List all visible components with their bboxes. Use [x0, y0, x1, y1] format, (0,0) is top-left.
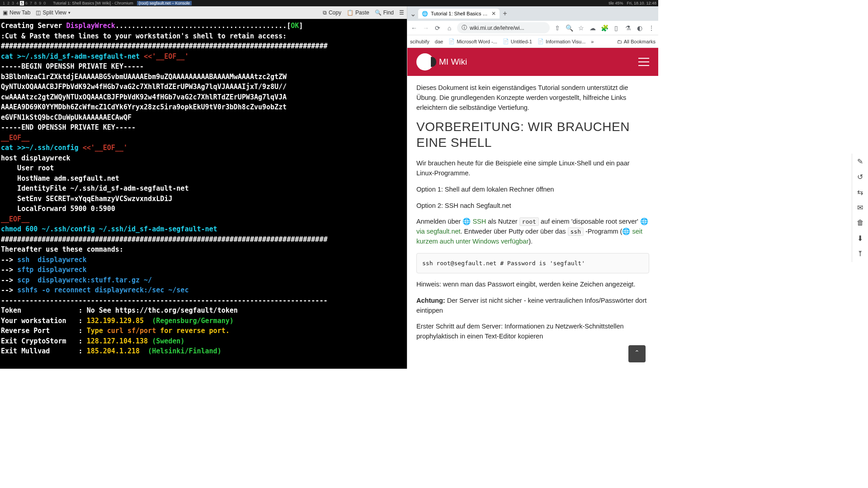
bookmark-overflow[interactable]: »: [591, 39, 594, 44]
paste-button[interactable]: 📋Paste: [347, 9, 369, 16]
wiki-heading: VORBEREITUNG: WIR BRAUCHEN EINE SHELL: [416, 119, 649, 150]
bookmark-item[interactable]: 📄Information Visu...: [538, 38, 585, 44]
split-view-button[interactable]: ◫Split View▾: [36, 9, 70, 16]
wiki-logo-icon: [416, 53, 434, 70]
lock-icon: ⓘ: [462, 24, 467, 32]
new-tab-button[interactable]: ▣New Tab: [3, 9, 30, 16]
cloud-icon[interactable]: ☁: [589, 24, 597, 32]
share-icon[interactable]: ⇧: [553, 24, 561, 32]
bookmark-item[interactable]: scihubify: [410, 39, 429, 44]
flask-icon[interactable]: ⚗: [624, 24, 632, 32]
wiki-title: MI Wiki: [439, 57, 467, 67]
tab-favicon-icon: 🌐: [422, 11, 428, 17]
wiki-header: MI Wiki: [407, 48, 658, 76]
browser-tab-strip: ⌄ 🌐 Tutorial 1: Shell Basics [MI ✕ +: [407, 6, 658, 21]
segfault-link[interactable]: via segfault.net: [416, 228, 461, 235]
bookmark-item[interactable]: 📄Untitled-1: [503, 38, 532, 44]
home-button[interactable]: ⌂: [445, 24, 453, 32]
forward-button[interactable]: →: [422, 24, 430, 32]
ssh-link[interactable]: SSH: [472, 218, 486, 225]
wiki-content[interactable]: Dieses Dokument ist kein eigenständiges …: [407, 76, 658, 369]
new-tab-button[interactable]: +: [501, 10, 509, 17]
bookmarks-bar: scihubify dae 📄Microsoft Word -... 📄Unti…: [407, 35, 658, 48]
bookmark-item[interactable]: 📄Microsoft Word -...: [448, 38, 497, 44]
scroll-to-top-button[interactable]: ˆ: [628, 345, 646, 362]
browser-toolbar: ← → ⟳ ⌂ ⓘ wiki.mi.ur.de/lehre/wi... ⇧ 🔍 …: [407, 21, 658, 35]
bookmark-item[interactable]: dae: [435, 39, 443, 44]
globe-icon: 🌐: [622, 228, 630, 235]
code-block: ssh root@segfault.net # Password is 'seg…: [416, 253, 649, 274]
browser-tab[interactable]: 🌐 Tutorial 1: Shell Basics [MI ✕: [418, 9, 500, 19]
konsole-window: ▣New Tab ◫Split View▾ ⧉Copy 📋Paste 🔍Find…: [0, 6, 407, 369]
menu-button[interactable]: ☰: [399, 9, 404, 16]
workspace-switcher[interactable]: 1234567890: [2, 1, 47, 5]
tab-history-button[interactable]: ⌄: [409, 10, 416, 17]
terminal-output[interactable]: Creating Server DisplayWreck............…: [0, 19, 407, 369]
puzzle-icon[interactable]: 🧩: [600, 24, 609, 32]
browser-window: ⌄ 🌐 Tutorial 1: Shell Basics [MI ✕ + ← →…: [407, 6, 658, 369]
menu-icon[interactable]: ⋮: [647, 24, 656, 32]
globe-icon: 🌐: [462, 218, 471, 225]
copy-button[interactable]: ⧉Copy: [323, 9, 341, 16]
star-icon[interactable]: ☆: [577, 24, 585, 32]
globe-icon: 🌐: [640, 218, 648, 225]
topbar-status: tile 45% Fri, 18.10. 12:48: [609, 1, 656, 5]
profile-icon[interactable]: ◐: [636, 24, 644, 32]
address-bar[interactable]: ⓘ wiki.mi.ur.de/lehre/wi...: [457, 22, 550, 33]
reload-button[interactable]: ⟳: [434, 24, 442, 32]
system-topbar: 1234567890 Tutorial 1: Shell Basics [MI …: [0, 0, 658, 6]
back-button[interactable]: ←: [410, 24, 418, 32]
window-tabs[interactable]: Tutorial 1: Shell Basics [MI Wiki] - Chr…: [51, 1, 192, 5]
hamburger-menu-button[interactable]: [638, 58, 649, 66]
close-tab-button[interactable]: ✕: [491, 10, 496, 17]
konsole-toolbar: ▣New Tab ◫Split View▾ ⧉Copy 📋Paste 🔍Find…: [0, 6, 407, 19]
all-bookmarks-button[interactable]: 🗀All Bookmarks: [617, 39, 656, 44]
wiki-intro: Dieses Dokument ist kein eigenständiges …: [416, 83, 649, 113]
panel-icon[interactable]: ▯: [612, 24, 620, 32]
find-button[interactable]: 🔍Find: [375, 9, 394, 16]
zoom-icon[interactable]: 🔍: [565, 24, 573, 32]
